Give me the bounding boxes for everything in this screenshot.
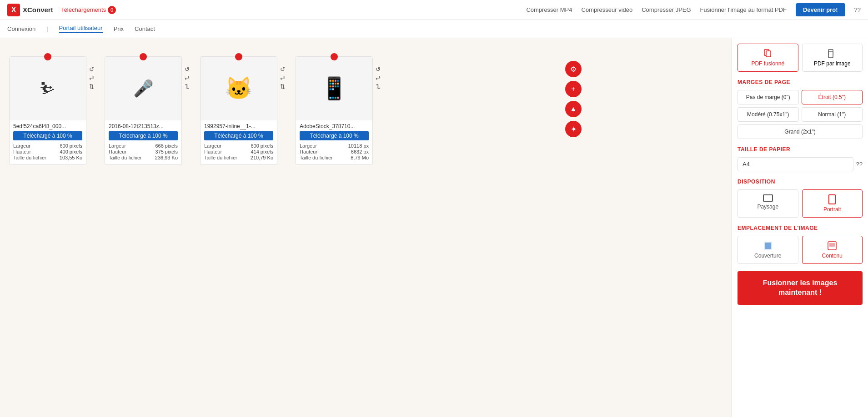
width-label: Largeur	[109, 143, 126, 149]
placement-options: Couverture Contenu	[738, 236, 863, 264]
flip-v-icon[interactable]: ⇅	[376, 83, 381, 90]
placement-content-button[interactable]: Contenu	[802, 236, 863, 264]
margin-normal-button[interactable]: Normal (1")	[802, 107, 863, 122]
filesize-label: Taille du fichier	[109, 155, 142, 160]
meta-height: Hauteur 6632 px	[300, 149, 369, 154]
rotate-icon[interactable]: ↺	[280, 66, 285, 73]
card-filename: 2016-08-12t213513z...	[105, 120, 181, 131]
margin-moderate-button[interactable]: Modéré (0.75x1")	[738, 107, 799, 122]
rotate-icon[interactable]: ↺	[376, 66, 381, 73]
card-image-area: 📱	[296, 57, 372, 120]
card-dot	[331, 53, 338, 60]
height-value: 375 pixels	[155, 149, 178, 154]
plus-icon: +	[571, 85, 575, 93]
margin-grid: Pas de marge (0") Étroit (0.5") Modéré (…	[738, 90, 863, 139]
pro-button[interactable]: Devenir pro!	[796, 3, 845, 16]
flip-h-icon[interactable]: ⇄	[89, 74, 94, 81]
svg-rect-5	[765, 243, 771, 249]
nav-portail[interactable]: Portail utilisateur	[59, 25, 103, 33]
pdf-per-image-label: PDF par image	[814, 60, 851, 67]
height-value: 414 pixels	[251, 149, 273, 154]
margins-header: MARGES DE PAGE	[738, 79, 863, 85]
cover-label: Couverture	[754, 253, 781, 259]
nav-divider: |	[46, 25, 48, 32]
landscape-icon	[763, 194, 773, 202]
filesize-value: 8,79 Mo	[351, 155, 369, 160]
card-progress: Téléchargé à 100 %	[300, 131, 369, 140]
height-label: Hauteur	[13, 149, 31, 154]
triangle-button[interactable]: ▲	[565, 101, 582, 117]
filesize-value: 103,55 Ko	[60, 155, 82, 160]
svg-rect-1	[766, 51, 771, 57]
add-button[interactable]: +	[565, 81, 582, 97]
help-button[interactable]: ??	[854, 6, 861, 13]
nav-contact[interactable]: Contact	[135, 25, 155, 32]
margin-wide-button[interactable]: Grand (2x1")	[738, 124, 863, 139]
card-meta: Largeur 10118 px Hauteur 6632 px Taille …	[296, 143, 372, 160]
paper-size-help[interactable]: ??	[856, 161, 863, 168]
flip-h-icon[interactable]: ⇄	[376, 74, 381, 81]
card-progress: Téléchargé à 100 %	[204, 131, 273, 140]
card-image: 🐱	[225, 76, 252, 101]
nav-prix[interactable]: Prix	[114, 25, 124, 32]
float-buttons: ⚙ + ▲ ✦	[565, 61, 582, 137]
flip-v-icon[interactable]: ⇅	[89, 83, 94, 90]
width-label: Largeur	[204, 143, 221, 149]
portrait-label: Portrait	[823, 206, 841, 213]
pdf-per-image-button[interactable]: PDF par image	[802, 44, 863, 72]
width-value: 600 pixels	[60, 143, 82, 149]
paper-size-input[interactable]	[738, 157, 853, 171]
height-label: Hauteur	[109, 149, 126, 154]
nav-connexion[interactable]: Connexion	[7, 25, 35, 32]
pdf-fused-icon	[763, 49, 773, 59]
meta-filesize: Taille du fichier 210,79 Ko	[204, 155, 273, 160]
flip-h-icon[interactable]: ⇄	[185, 74, 190, 81]
flip-v-icon[interactable]: ⇅	[185, 83, 190, 90]
image-card: ↺ ⇄ ⇅ 📱 AdobeStock_378710... Téléchargé …	[296, 56, 373, 165]
meta-width: Largeur 600 pixels	[13, 143, 82, 149]
image-card: ↺ ⇄ ⇅ 🐱 1992957-inline__1-... Téléchargé…	[200, 56, 277, 165]
meta-width: Largeur 600 pixels	[204, 143, 273, 149]
settings-button[interactable]: ⚙	[565, 61, 582, 77]
layout-options: Paysage Portrait	[738, 189, 863, 218]
width-value: 10118 px	[348, 143, 369, 149]
paper-header: TAILLE DE PAPIER	[738, 146, 863, 153]
cards-row: ↺ ⇄ ⇅ ⛷ 5edf524ca6f48_000... Téléchargé …	[9, 47, 722, 174]
star-button[interactable]: ✦	[565, 121, 582, 137]
card-meta: Largeur 600 pixels Hauteur 400 pixels Ta…	[10, 143, 86, 160]
pdf-per-image-icon	[827, 49, 837, 59]
nav-compress-jpeg[interactable]: Compresser JPEG	[642, 6, 691, 13]
nav-compress-video[interactable]: Compresseur vidéo	[582, 6, 633, 13]
nav-compress-mp4[interactable]: Compresser MP4	[526, 6, 572, 13]
flip-h-icon[interactable]: ⇄	[280, 74, 285, 81]
height-label: Hauteur	[204, 149, 222, 154]
placement-header: EMPLACEMENT DE L'IMAGE	[738, 225, 863, 231]
meta-width: Largeur 10118 px	[300, 143, 369, 149]
content-label: Contenu	[822, 253, 843, 259]
margin-narrow-button[interactable]: Étroit (0.5")	[802, 90, 863, 104]
width-label: Largeur	[300, 143, 317, 149]
margin-none-button[interactable]: Pas de marge (0")	[738, 90, 799, 104]
merge-button[interactable]: Fusionner les images maintenant !	[738, 271, 863, 305]
pdf-fused-label: PDF fusionné	[751, 60, 784, 67]
layout-portrait-button[interactable]: Portrait	[802, 189, 863, 218]
triangle-icon: ▲	[570, 105, 577, 113]
pdf-fused-button[interactable]: PDF fusionné	[738, 44, 798, 72]
downloads-button[interactable]: Téléchargements 0	[60, 6, 116, 14]
main-layout: ⚙ + ▲ ✦ ↺ ⇄ ⇅ ⛷	[0, 38, 868, 417]
svg-rect-3	[828, 52, 833, 58]
second-nav: Connexion | Portail utilisateur Prix Con…	[0, 20, 868, 38]
rotate-icon[interactable]: ↺	[185, 66, 190, 73]
content-icon	[827, 241, 837, 251]
card-filename: AdobeStock_378710...	[296, 120, 372, 131]
rotate-icon[interactable]: ↺	[89, 66, 94, 73]
layout-landscape-button[interactable]: Paysage	[738, 189, 798, 218]
filesize-value: 210,79 Ko	[251, 155, 273, 160]
nav-merge-pdf[interactable]: Fusionner l'image au format PDF	[700, 6, 787, 13]
height-value: 400 pixels	[60, 149, 82, 154]
paper-size-row: ??	[738, 157, 863, 171]
placement-cover-button[interactable]: Couverture	[738, 236, 798, 264]
top-nav-right: Compresser MP4 Compresseur vidéo Compres…	[526, 3, 861, 16]
logo: X XConvert	[7, 4, 53, 16]
flip-v-icon[interactable]: ⇅	[280, 83, 285, 90]
